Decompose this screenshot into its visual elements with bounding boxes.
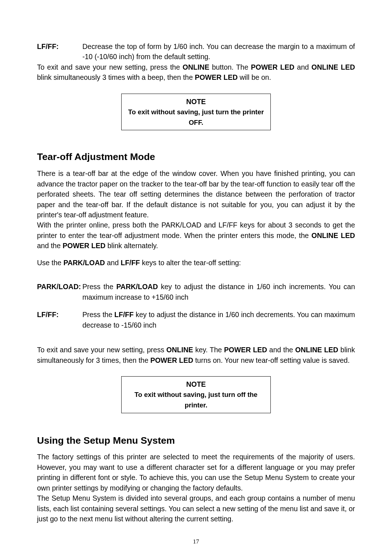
tearoff-use-keys: Use the PARK/LOAD and LF/FF keys to alte… (37, 258, 355, 268)
setup-paragraph-2: The Setup Menu System is divided into se… (37, 493, 355, 524)
tearoff-save-paragraph: To exit and save your new setting, press… (37, 345, 355, 365)
note-title: NOTE (124, 96, 268, 107)
note-box: NOTE To exit without saving, just turn t… (121, 94, 271, 131)
definition-label: PARK/LOAD: (37, 282, 82, 302)
definition-label: LF/FF: (37, 41, 82, 62)
definition-row-lfff-top: LF/FF: Decrease the top of form by 1/60 … (37, 41, 355, 62)
exit-save-paragraph: To exit and save your new setting, press… (37, 62, 355, 83)
definition-row-lfff: LF/FF: Press the LF/FF key to adjust the… (37, 309, 355, 330)
tearoff-paragraph-1: There is a tear-off bar at the edge of t… (37, 168, 355, 220)
tearoff-definition-block: PARK/LOAD: Press the PARK/LOAD key to ad… (37, 282, 355, 330)
section-heading-setup: Using the Setup Menu System (37, 434, 355, 448)
note-body: To exit without saving, just turn off th… (135, 391, 258, 409)
setup-paragraph-1: The factory settings of this printer are… (37, 452, 355, 493)
note-box: NOTE To exit without saving, just turn o… (121, 376, 271, 413)
definition-label: LF/FF: (37, 309, 82, 330)
note-title: NOTE (124, 379, 268, 390)
definition-body: Press the PARK/LOAD key to adjust the di… (82, 282, 355, 302)
definition-body: Decrease the top of form by 1/60 inch. Y… (82, 41, 355, 62)
page-number: 17 (37, 537, 355, 546)
section-heading-tearoff: Tear-off Adjustment Mode (37, 150, 355, 164)
tearoff-paragraph-2: With the printer online, press both the … (37, 220, 355, 251)
definition-row-parkload: PARK/LOAD: Press the PARK/LOAD key to ad… (37, 282, 355, 302)
definition-body: Press the LF/FF key to adjust the distan… (82, 309, 355, 330)
note-body: To exit without saving, just turn the pr… (128, 108, 264, 126)
document-page: LF/FF: Decrease the top of form by 1/60 … (0, 0, 392, 554)
